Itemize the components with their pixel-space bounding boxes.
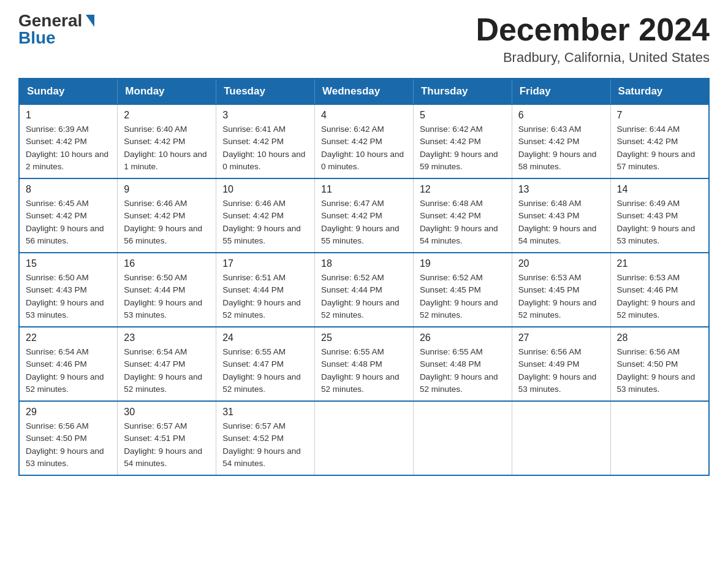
calendar-week-row: 29 Sunrise: 6:56 AM Sunset: 4:50 PM Dayl… [19,401,709,475]
day-number: 22 [26,332,111,343]
day-info: Sunrise: 6:53 AM Sunset: 4:45 PM Dayligh… [518,272,604,321]
day-info: Sunrise: 6:39 AM Sunset: 4:42 PM Dayligh… [26,123,111,173]
day-info: Sunrise: 6:57 AM Sunset: 4:51 PM Dayligh… [124,420,210,470]
day-info: Sunrise: 6:46 AM Sunset: 4:42 PM Dayligh… [222,197,308,247]
day-info: Sunrise: 6:55 AM Sunset: 4:48 PM Dayligh… [420,346,506,396]
location-text: Bradbury, California, United States [476,50,710,66]
calendar-day-cell: 10 Sunrise: 6:46 AM Sunset: 4:42 PM Dayl… [216,178,315,253]
calendar-week-row: 8 Sunrise: 6:45 AM Sunset: 4:42 PM Dayli… [19,178,709,253]
day-number: 14 [617,184,702,195]
calendar-day-cell: 7 Sunrise: 6:44 AM Sunset: 4:42 PM Dayli… [610,104,709,178]
day-info: Sunrise: 6:45 AM Sunset: 4:42 PM Dayligh… [26,197,111,247]
calendar-day-cell: 12 Sunrise: 6:48 AM Sunset: 4:42 PM Dayl… [413,178,512,253]
calendar-day-cell: 29 Sunrise: 6:56 AM Sunset: 4:50 PM Dayl… [19,401,118,475]
day-number: 4 [321,110,407,121]
day-info: Sunrise: 6:50 AM Sunset: 4:44 PM Dayligh… [124,272,210,321]
day-info: Sunrise: 6:47 AM Sunset: 4:42 PM Dayligh… [321,197,407,247]
logo-triangle-icon [86,15,94,27]
day-number: 26 [420,332,506,343]
logo-general-text: General [18,12,82,29]
day-number: 2 [124,110,210,121]
title-section: December 2024 Bradbury, California, Unit… [476,12,710,66]
day-info: Sunrise: 6:56 AM Sunset: 4:49 PM Dayligh… [518,346,604,396]
calendar-day-cell: 8 Sunrise: 6:45 AM Sunset: 4:42 PM Dayli… [19,178,118,253]
day-number: 31 [222,407,308,418]
day-info: Sunrise: 6:41 AM Sunset: 4:42 PM Dayligh… [222,123,308,173]
calendar-day-cell: 16 Sunrise: 6:50 AM Sunset: 4:44 PM Dayl… [118,253,216,327]
calendar-day-cell: 3 Sunrise: 6:41 AM Sunset: 4:42 PM Dayli… [216,104,315,178]
day-number: 25 [321,332,407,343]
calendar-day-cell: 24 Sunrise: 6:55 AM Sunset: 4:47 PM Dayl… [216,327,315,401]
calendar-day-cell: 30 Sunrise: 6:57 AM Sunset: 4:51 PM Dayl… [118,401,216,475]
calendar-day-cell: 19 Sunrise: 6:52 AM Sunset: 4:45 PM Dayl… [413,253,512,327]
day-number: 16 [124,258,210,269]
day-number: 9 [124,184,210,195]
calendar-day-cell: 17 Sunrise: 6:51 AM Sunset: 4:44 PM Dayl… [216,253,315,327]
day-of-week-header: Friday [512,79,610,104]
day-info: Sunrise: 6:43 AM Sunset: 4:42 PM Dayligh… [518,123,604,173]
day-info: Sunrise: 6:55 AM Sunset: 4:48 PM Dayligh… [321,346,407,396]
day-info: Sunrise: 6:44 AM Sunset: 4:42 PM Dayligh… [617,123,702,173]
calendar-day-cell: 25 Sunrise: 6:55 AM Sunset: 4:48 PM Dayl… [315,327,414,401]
calendar-day-cell: 23 Sunrise: 6:54 AM Sunset: 4:47 PM Dayl… [118,327,216,401]
day-number: 23 [124,332,210,343]
logo-blue-text: Blue [18,29,56,47]
day-number: 30 [124,407,210,418]
calendar-day-cell [512,401,610,475]
day-info: Sunrise: 6:50 AM Sunset: 4:43 PM Dayligh… [26,272,111,321]
day-info: Sunrise: 6:52 AM Sunset: 4:44 PM Dayligh… [321,272,407,321]
day-info: Sunrise: 6:46 AM Sunset: 4:42 PM Dayligh… [124,197,210,247]
day-info: Sunrise: 6:49 AM Sunset: 4:43 PM Dayligh… [617,197,702,247]
calendar-day-cell: 26 Sunrise: 6:55 AM Sunset: 4:48 PM Dayl… [413,327,512,401]
day-number: 1 [26,110,111,121]
calendar-header-row: SundayMondayTuesdayWednesdayThursdayFrid… [19,79,709,104]
day-info: Sunrise: 6:40 AM Sunset: 4:42 PM Dayligh… [124,123,210,173]
calendar-week-row: 15 Sunrise: 6:50 AM Sunset: 4:43 PM Dayl… [19,253,709,327]
calendar-day-cell: 14 Sunrise: 6:49 AM Sunset: 4:43 PM Dayl… [610,178,709,253]
day-info: Sunrise: 6:54 AM Sunset: 4:47 PM Dayligh… [124,346,210,396]
day-number: 17 [222,258,308,269]
logo: General Blue [18,12,94,47]
day-info: Sunrise: 6:52 AM Sunset: 4:45 PM Dayligh… [420,272,506,321]
day-number: 20 [518,258,604,269]
day-info: Sunrise: 6:56 AM Sunset: 4:50 PM Dayligh… [26,420,111,470]
month-title: December 2024 [476,12,710,47]
calendar-table: SundayMondayTuesdayWednesdayThursdayFrid… [18,78,710,476]
day-of-week-header: Saturday [610,79,709,104]
day-number: 21 [617,258,702,269]
day-number: 10 [222,184,308,195]
day-number: 7 [617,110,702,121]
day-of-week-header: Wednesday [315,79,414,104]
calendar-day-cell: 2 Sunrise: 6:40 AM Sunset: 4:42 PM Dayli… [118,104,216,178]
day-info: Sunrise: 6:51 AM Sunset: 4:44 PM Dayligh… [222,272,308,321]
day-of-week-header: Thursday [413,79,512,104]
day-info: Sunrise: 6:48 AM Sunset: 4:43 PM Dayligh… [518,197,604,247]
day-number: 29 [26,407,111,418]
calendar-day-cell [315,401,414,475]
calendar-day-cell: 22 Sunrise: 6:54 AM Sunset: 4:46 PM Dayl… [19,327,118,401]
day-number: 15 [26,258,111,269]
page-header: General Blue December 2024 Bradbury, Cal… [18,12,710,66]
day-number: 8 [26,184,111,195]
day-number: 27 [518,332,604,343]
calendar-day-cell: 1 Sunrise: 6:39 AM Sunset: 4:42 PM Dayli… [19,104,118,178]
day-info: Sunrise: 6:42 AM Sunset: 4:42 PM Dayligh… [321,123,407,173]
calendar-day-cell: 20 Sunrise: 6:53 AM Sunset: 4:45 PM Dayl… [512,253,610,327]
day-number: 24 [222,332,308,343]
calendar-week-row: 22 Sunrise: 6:54 AM Sunset: 4:46 PM Dayl… [19,327,709,401]
day-number: 3 [222,110,308,121]
day-info: Sunrise: 6:55 AM Sunset: 4:47 PM Dayligh… [222,346,308,396]
day-info: Sunrise: 6:54 AM Sunset: 4:46 PM Dayligh… [26,346,111,396]
calendar-day-cell [413,401,512,475]
calendar-day-cell: 4 Sunrise: 6:42 AM Sunset: 4:42 PM Dayli… [315,104,414,178]
day-info: Sunrise: 6:57 AM Sunset: 4:52 PM Dayligh… [222,420,308,470]
calendar-day-cell: 18 Sunrise: 6:52 AM Sunset: 4:44 PM Dayl… [315,253,414,327]
calendar-week-row: 1 Sunrise: 6:39 AM Sunset: 4:42 PM Dayli… [19,104,709,178]
calendar-day-cell: 13 Sunrise: 6:48 AM Sunset: 4:43 PM Dayl… [512,178,610,253]
day-of-week-header: Tuesday [216,79,315,104]
day-number: 28 [617,332,702,343]
day-number: 19 [420,258,506,269]
calendar-day-cell: 11 Sunrise: 6:47 AM Sunset: 4:42 PM Dayl… [315,178,414,253]
calendar-day-cell: 6 Sunrise: 6:43 AM Sunset: 4:42 PM Dayli… [512,104,610,178]
day-number: 6 [518,110,604,121]
